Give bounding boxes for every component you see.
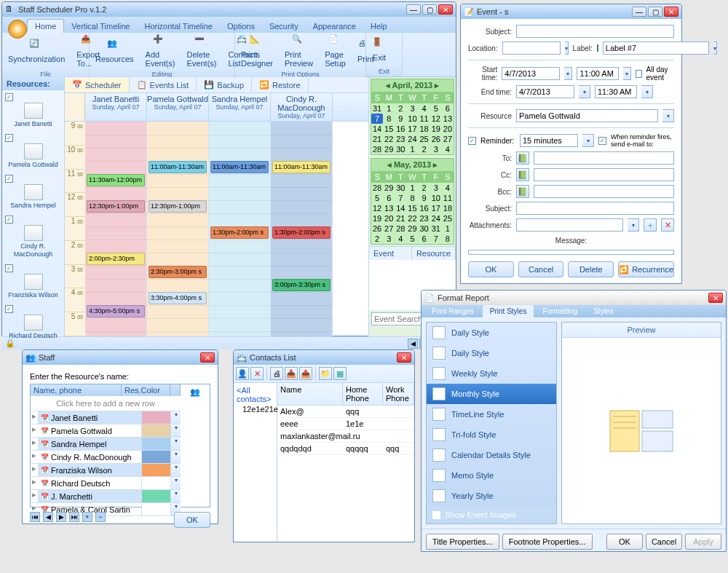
resource-check[interactable]: ✓: [5, 134, 13, 142]
event-ok[interactable]: OK: [468, 261, 514, 277]
mc-day[interactable]: 29: [406, 224, 418, 234]
format-style-item[interactable]: Daily Style: [427, 343, 556, 363]
to-addressbook[interactable]: 📗: [516, 151, 529, 165]
column-header[interactable]: Sandra HempelSunday, April 07: [209, 93, 271, 121]
mc-day[interactable]: 3: [430, 144, 442, 154]
mc-day[interactable]: 26: [371, 224, 383, 234]
format-style-item[interactable]: Calendar Details Style: [427, 445, 556, 465]
mc-day[interactable]: 15: [383, 124, 395, 134]
view-tab-restore[interactable]: 🔁 Restore: [252, 78, 309, 92]
view-tab-scheduler[interactable]: 📅 Scheduler: [65, 78, 130, 92]
staff-add[interactable]: +: [82, 512, 92, 522]
attach-remove[interactable]: ✕: [661, 218, 674, 232]
mc-day[interactable]: 3: [383, 234, 395, 244]
day-grid[interactable]: 9 0010 0011 0012 001 002 003 004 005 00 …: [65, 122, 368, 336]
mc-day[interactable]: 17: [430, 203, 442, 213]
staff-color-dropdown[interactable]: ▾: [170, 424, 181, 437]
event-block[interactable]: 11:30am-12:00pm w: [87, 174, 145, 186]
staff-col-color[interactable]: Res.Color: [122, 384, 170, 396]
mc-day[interactable]: 3: [406, 103, 418, 114]
mc-day[interactable]: 27: [383, 224, 395, 234]
format-style-item[interactable]: Memo Style: [427, 465, 556, 486]
mc-day[interactable]: 30: [395, 183, 406, 193]
view-tab-backup[interactable]: 💾 Backup: [197, 78, 252, 92]
mc-day[interactable]: 10: [406, 114, 418, 124]
mc-day[interactable]: 28: [371, 183, 383, 193]
event-cancel[interactable]: Cancel: [518, 261, 564, 277]
allday-check[interactable]: [636, 70, 641, 78]
mc-day[interactable]: 31: [430, 224, 442, 234]
resource-item[interactable]: ✓ Janet Banetti: [2, 90, 64, 131]
contacts-tree[interactable]: <All contacts> 12e1e21e: [234, 383, 277, 542]
mc-day[interactable]: 5: [406, 234, 418, 244]
mc-day[interactable]: 12: [430, 114, 442, 124]
contacts-row[interactable]: qqdqdqd qqqqq qqq: [277, 443, 414, 455]
mc-day[interactable]: 23: [395, 134, 406, 144]
mc-day[interactable]: 28: [371, 144, 383, 154]
mc-day[interactable]: 6: [383, 193, 395, 203]
mc-day[interactable]: 23: [419, 213, 430, 224]
bcc-input[interactable]: [534, 185, 674, 198]
mc-day[interactable]: 1: [406, 144, 418, 154]
staff-name-cell[interactable]: 📅Janet Banetti: [38, 411, 141, 424]
staff-color-dropdown[interactable]: ▾: [170, 464, 181, 476]
c-export[interactable]: 📤: [299, 367, 312, 380]
contacts-tree-item[interactable]: 12e1e21e: [237, 405, 274, 414]
start-date[interactable]: [502, 67, 560, 80]
mc-day[interactable]: 19: [430, 124, 442, 134]
resource-input[interactable]: [516, 109, 658, 122]
staff-color-dropdown[interactable]: ▾: [170, 438, 181, 450]
close-button[interactable]: ✕: [438, 4, 453, 15]
subject-input[interactable]: [516, 25, 674, 38]
event-min[interactable]: —: [632, 7, 646, 17]
start-date-drop[interactable]: ▾: [564, 67, 572, 80]
staff-color-cell[interactable]: [141, 451, 170, 463]
cc-addressbook[interactable]: 📗: [516, 168, 529, 181]
staff-remove[interactable]: −: [95, 512, 106, 522]
contacts-col-work[interactable]: Work Phone: [383, 383, 414, 405]
mc-day[interactable]: 4: [395, 234, 406, 244]
day-column[interactable]: 11:00am-11:30am s1:30pm-2:00pm s: [209, 122, 271, 336]
attach-drop[interactable]: ▾: [628, 218, 639, 232]
event-close[interactable]: ✕: [664, 7, 678, 17]
to-input[interactable]: [534, 151, 674, 165]
mc-day[interactable]: 7: [395, 193, 406, 203]
subject2-input[interactable]: [516, 202, 674, 215]
resource-item[interactable]: ✓ Pamela Gottwald: [2, 131, 64, 172]
mc-day[interactable]: 25: [419, 134, 430, 144]
staff-color-dropdown[interactable]: ▾: [170, 411, 181, 424]
mc-day[interactable]: 21: [371, 134, 383, 144]
mc-day[interactable]: 7: [430, 234, 442, 244]
mc-day[interactable]: 20: [383, 213, 395, 224]
attach-input[interactable]: [516, 218, 623, 232]
reminder-input[interactable]: [520, 134, 578, 147]
resource-check[interactable]: ✓: [5, 264, 13, 272]
contacts-row[interactable]: Alex@ qqq: [277, 406, 414, 418]
mc-title[interactable]: ◂ April, 2013 ▸: [371, 79, 454, 92]
staff-color-dropdown[interactable]: ▾: [170, 451, 181, 463]
event-block[interactable]: 2:30pm-3:00pm s: [149, 266, 207, 278]
mc-day[interactable]: 29: [383, 144, 395, 154]
mc-day[interactable]: 31: [371, 103, 383, 114]
max-button[interactable]: ▢: [422, 4, 437, 15]
event-block[interactable]: 1:30pm-2:00pm s: [210, 226, 269, 239]
day-column[interactable]: 11:00am-11:30am12:30pm-1:00pm s2:30pm-3:…: [147, 122, 209, 336]
mc-day[interactable]: 11: [442, 193, 454, 203]
resource-drop[interactable]: ▾: [662, 109, 674, 122]
mc-day[interactable]: 2: [419, 144, 430, 154]
event-delete[interactable]: Delete: [568, 261, 614, 277]
column-header[interactable]: Janet BanettiSunday, April 07: [85, 93, 147, 121]
contacts-titlebar[interactable]: 📇 Contacts List ✕: [234, 350, 414, 365]
event-block[interactable]: 11:00am-11:30am s: [210, 161, 269, 173]
staff-color-cell[interactable]: [141, 464, 170, 476]
btn-page-setup[interactable]: 📄Page Setup: [319, 33, 352, 69]
format-style-item[interactable]: Monthly Style: [427, 384, 556, 404]
resource-check[interactable]: ✓: [5, 305, 13, 313]
view-tab-events[interactable]: 📋 Events List: [130, 78, 197, 92]
staff-row[interactable]: ▸ 📅Sandra Hempel ▾: [31, 438, 181, 451]
end-time[interactable]: [595, 85, 637, 98]
mc-day[interactable]: 1: [383, 103, 395, 114]
cc-input[interactable]: [534, 168, 674, 181]
resource-item[interactable]: ✓ Franziska Wilson: [2, 261, 64, 302]
contacts-close[interactable]: ✕: [397, 352, 411, 363]
